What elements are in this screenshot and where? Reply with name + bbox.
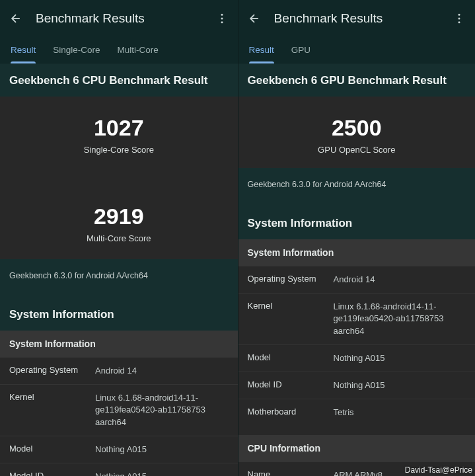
score-label: Single-Core Score bbox=[0, 145, 238, 155]
row-label: Name bbox=[248, 469, 334, 476]
tab-gpu[interactable]: GPU bbox=[291, 37, 311, 63]
row-label: Kernel bbox=[248, 301, 334, 337]
row-value: Android 14 bbox=[95, 365, 229, 377]
cpu-panel: Benchmark Results Result Single-Core Mul… bbox=[0, 0, 238, 476]
row-label: Motherboard bbox=[248, 407, 334, 418]
row-value: Linux 6.1.68-android14-11-ge119fea05420-… bbox=[95, 392, 229, 428]
gpu-panel: Benchmark Results Result GPU Geekbench 6… bbox=[238, 0, 476, 476]
table-row: Motherboard Tetris bbox=[238, 399, 476, 426]
table-row: Operating System Android 14 bbox=[0, 357, 238, 384]
svg-point-5 bbox=[458, 21, 460, 23]
row-label: Operating System bbox=[248, 274, 334, 286]
row-value: Nothing A015 bbox=[334, 379, 466, 391]
svg-point-3 bbox=[458, 14, 460, 16]
single-core-score: 1027 Single-Core Score bbox=[0, 97, 238, 168]
more-vert-icon[interactable] bbox=[451, 11, 467, 26]
more-vert-icon[interactable] bbox=[214, 11, 230, 26]
watermark: David-Tsai@ePrice bbox=[405, 465, 472, 475]
table-row: Model Nothing A015 bbox=[238, 344, 476, 372]
version: Geekbench 6.3.0 for Android AArch64 bbox=[238, 168, 476, 205]
svg-point-1 bbox=[221, 18, 223, 20]
tab-result[interactable]: Result bbox=[249, 37, 274, 63]
row-label: Model ID bbox=[9, 471, 95, 476]
row-value: Linux 6.1.68-android14-11-ge119fea05420-… bbox=[334, 301, 466, 337]
page-title: Geekbench 6 GPU Benchmark Result bbox=[238, 63, 476, 97]
score-label: Multi-Core Score bbox=[0, 233, 238, 243]
back-icon[interactable] bbox=[8, 11, 24, 26]
svg-point-0 bbox=[221, 14, 223, 16]
topbar: Benchmark Results bbox=[238, 0, 476, 37]
row-label: Kernel bbox=[9, 392, 95, 428]
row-label: Model bbox=[9, 444, 95, 456]
row-value: Nothing A015 bbox=[95, 471, 229, 476]
score-value: 2919 bbox=[0, 204, 238, 229]
version: Geekbench 6.3.0 for Android AArch64 bbox=[0, 259, 238, 296]
row-value: Nothing A015 bbox=[334, 352, 466, 364]
score-value: 1027 bbox=[0, 115, 238, 141]
score-value: 2500 bbox=[238, 115, 476, 141]
row-label: Model bbox=[248, 352, 334, 364]
svg-point-4 bbox=[458, 18, 460, 20]
row-label: Model ID bbox=[248, 379, 334, 391]
table-subheader: System Information bbox=[238, 239, 476, 266]
tabs: Result Single-Core Multi-Core bbox=[0, 37, 238, 63]
row-value: Tetris bbox=[334, 407, 466, 418]
tabs: Result GPU bbox=[238, 37, 476, 63]
system-info-table: System Information Operating System Andr… bbox=[0, 331, 238, 476]
topbar-title: Benchmark Results bbox=[274, 11, 452, 26]
score-label: GPU OpenCL Score bbox=[238, 145, 476, 155]
tab-single-core[interactable]: Single-Core bbox=[53, 37, 100, 63]
content: Geekbench 6 CPU Benchmark Result 1027 Si… bbox=[0, 63, 238, 476]
row-value: Android 14 bbox=[334, 274, 466, 286]
topbar: Benchmark Results bbox=[0, 0, 238, 37]
table-row: Model ID Nothing A015 bbox=[0, 463, 238, 476]
row-label: Operating System bbox=[9, 365, 95, 377]
back-icon[interactable] bbox=[246, 11, 262, 26]
section-title: System Information bbox=[0, 296, 238, 331]
svg-point-2 bbox=[221, 21, 223, 23]
tab-multi-core[interactable]: Multi-Core bbox=[118, 37, 159, 63]
content: Geekbench 6 GPU Benchmark Result 2500 GP… bbox=[238, 63, 476, 476]
table-row: Model ID Nothing A015 bbox=[238, 372, 476, 399]
topbar-title: Benchmark Results bbox=[36, 11, 214, 26]
gap bbox=[0, 168, 238, 185]
gpu-score: 2500 GPU OpenCL Score bbox=[238, 97, 476, 168]
row-value: Nothing A015 bbox=[95, 444, 229, 456]
table-row: Operating System Android 14 bbox=[238, 266, 476, 293]
multi-core-score: 2919 Multi-Core Score bbox=[0, 185, 238, 259]
table-row: Kernel Linux 6.1.68-android14-11-ge119fe… bbox=[0, 384, 238, 436]
tab-result[interactable]: Result bbox=[11, 37, 36, 63]
system-info-table: System Information Operating System Andr… bbox=[238, 239, 476, 476]
table-subheader: System Information bbox=[0, 331, 238, 357]
page-title: Geekbench 6 CPU Benchmark Result bbox=[0, 63, 238, 97]
section-title: System Information bbox=[238, 205, 476, 239]
table-row: Kernel Linux 6.1.68-android14-11-ge119fe… bbox=[238, 293, 476, 344]
table-subheader: CPU Information bbox=[238, 435, 476, 461]
table-row: Model Nothing A015 bbox=[0, 436, 238, 463]
